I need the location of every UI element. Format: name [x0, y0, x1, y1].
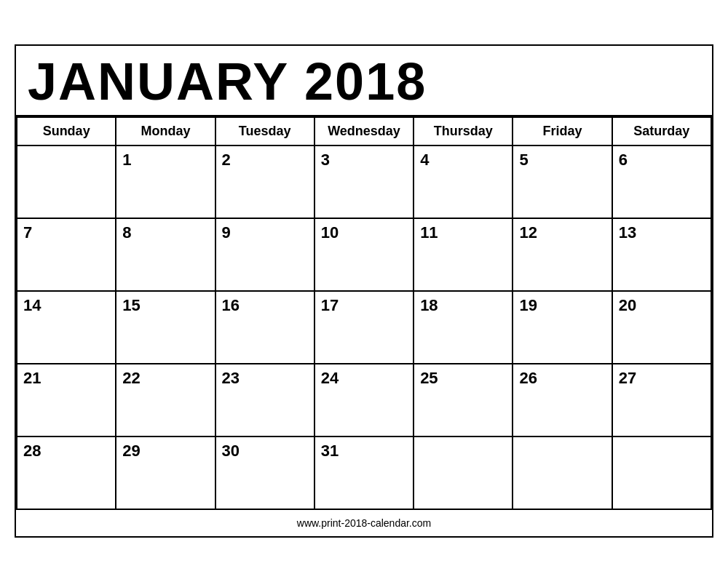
calendar-grid: SundayMondayTuesdayWednesdayThursdayFrid… [16, 116, 712, 510]
calendar-day-cell: 15 [116, 291, 215, 364]
calendar-week-row: 78910111213 [17, 218, 711, 291]
calendar-title: JANUARY 2018 [16, 46, 712, 116]
calendar-day-cell: 21 [17, 364, 116, 436]
calendar-week-row: 123456 [17, 146, 711, 218]
calendar-day-cell: 17 [314, 291, 414, 364]
calendar-day-header: Monday [116, 117, 215, 146]
calendar-day-cell: 2 [215, 146, 314, 218]
calendar-container: JANUARY 2018 SundayMondayTuesdayWednesda… [15, 44, 713, 538]
calendar-day-cell: 22 [116, 364, 215, 436]
calendar-day-cell: 1 [116, 146, 215, 218]
calendar-day-cell: 26 [513, 364, 612, 436]
calendar-week-row: 21222324252627 [17, 364, 711, 436]
calendar-day-cell: 24 [314, 364, 414, 436]
calendar-day-header: Friday [513, 117, 612, 146]
calendar-day-cell: 28 [17, 436, 116, 509]
calendar-day-cell: 3 [314, 146, 414, 218]
calendar-day-header: Saturday [612, 117, 711, 146]
calendar-week-row: 28293031 [17, 436, 711, 509]
calendar-day-cell: 13 [612, 218, 711, 291]
footer-url: www.print-2018-calendar.com [297, 517, 431, 529]
calendar-day-cell: 20 [612, 291, 711, 364]
calendar-day-cell: 11 [414, 218, 513, 291]
calendar-day-cell: 30 [215, 436, 314, 509]
calendar-day-cell: 18 [414, 291, 513, 364]
calendar-day-cell [17, 146, 116, 218]
calendar-day-cell: 8 [116, 218, 215, 291]
calendar-day-header: Sunday [17, 117, 116, 146]
calendar-day-cell: 7 [17, 218, 116, 291]
calendar-day-cell: 6 [612, 146, 711, 218]
calendar-day-cell: 4 [414, 146, 513, 218]
calendar-day-cell: 27 [612, 364, 711, 436]
calendar-day-header: Wednesday [314, 117, 414, 146]
calendar-day-header: Thursday [414, 117, 513, 146]
calendar-day-cell: 9 [215, 218, 314, 291]
calendar-day-cell [513, 436, 612, 509]
calendar-header-row: SundayMondayTuesdayWednesdayThursdayFrid… [17, 117, 711, 146]
calendar-day-cell: 12 [513, 218, 612, 291]
calendar-footer: www.print-2018-calendar.com [16, 510, 712, 536]
calendar-day-cell: 10 [314, 218, 414, 291]
calendar-day-cell: 19 [513, 291, 612, 364]
calendar-day-header: Tuesday [215, 117, 314, 146]
calendar-day-cell: 23 [215, 364, 314, 436]
calendar-day-cell: 29 [116, 436, 215, 509]
calendar-day-cell: 25 [414, 364, 513, 436]
calendar-day-cell: 31 [314, 436, 414, 509]
calendar-day-cell: 16 [215, 291, 314, 364]
calendar-week-row: 14151617181920 [17, 291, 711, 364]
calendar-day-cell [612, 436, 711, 509]
calendar-day-cell: 14 [17, 291, 116, 364]
calendar-day-cell: 5 [513, 146, 612, 218]
calendar-day-cell [414, 436, 513, 509]
